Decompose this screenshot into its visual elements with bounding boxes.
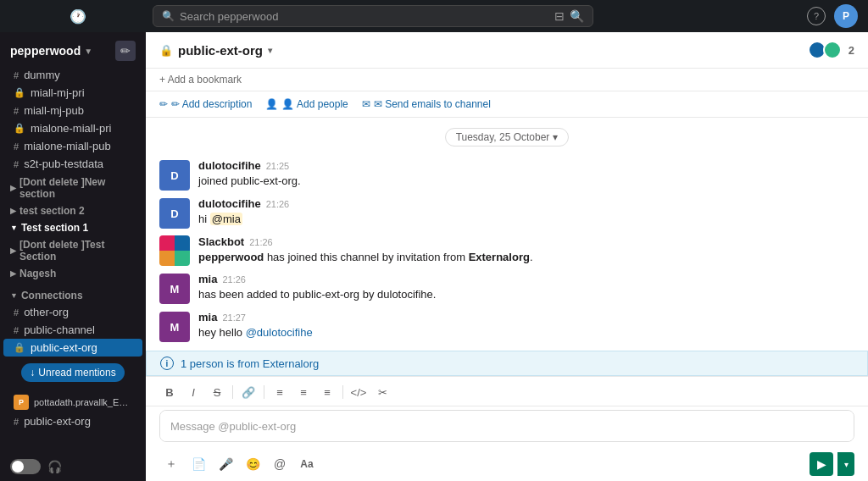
bookmark-bar: + Add a bookmark [146,69,868,91]
lock-icon: 🔒 [14,123,25,134]
message-avatar: M [159,312,190,342]
ordered-list-button[interactable]: ≡ [293,382,314,402]
text-format-button[interactable]: Aa [295,452,319,476]
section-nagesh[interactable]: ▶ Nagesh [0,264,146,281]
section-connections[interactable]: ▼ Connections [0,286,146,303]
sidebar-item-mialone-miall-pri[interactable]: 🔒 mialone-miall-pri [3,119,142,137]
search-input[interactable] [180,10,549,23]
user-avatar[interactable]: P [834,4,858,28]
mention-tag[interactable]: @mia [210,213,242,225]
message-author[interactable]: Slackbot [198,235,244,248]
send-options-button[interactable]: ▾ [837,452,854,476]
section-dont-delete-test[interactable]: ▶ [Dont delete ]Test Section [0,235,146,264]
message-header: mia 21:27 [198,311,854,323]
channel-header-actions: 2 [808,41,854,59]
chevron-right-icon: ▶ [10,184,16,192]
message-input-area [146,406,868,449]
channel-title[interactable]: 🔒 public-ext-org ▾ [159,43,272,58]
section-test-section-1[interactable]: ▼ Test section 1 [0,218,146,235]
italic-button[interactable]: I [183,382,203,402]
slackbot-quadrant [159,235,175,251]
section-label: test section 2 [19,205,85,217]
section-dont-delete-new[interactable]: ▶ [Dont delete ]New section [0,173,146,202]
strikethrough-button[interactable]: S [207,382,227,402]
emoji-button[interactable]: 😊 [241,452,264,476]
hash-icon: # [14,325,19,335]
bold-button[interactable]: B [159,382,180,402]
search-submit-icon[interactable]: 🔍 [570,9,584,23]
send-emails-label: ✉ Send emails to channel [374,98,491,110]
channel-header: 🔒 public-ext-org ▾ 2 [146,32,868,69]
slackbot-quadrant [175,251,190,266]
add-button[interactable]: ＋ [159,452,183,476]
info-bar: i 1 person is from Externalorg [146,351,868,376]
search-icon: 🔍 [162,10,175,22]
code-block-button[interactable]: ✂ [372,382,392,402]
channel-label: miall-mj-pri [31,86,85,99]
message-author[interactable]: dulotocifihe [198,197,261,210]
toggle-switch[interactable] [10,459,41,474]
mention-link[interactable]: @dulotocifihe [246,326,313,339]
info-text: 1 person is from Externalorg [181,357,319,370]
sidebar-item-s2t-pub-testdata[interactable]: # s2t-pub-testdata [3,155,142,173]
lock-icon: 🔒 [14,87,25,98]
message-input-box [159,410,854,442]
code-button[interactable]: </> [348,382,369,402]
attach-file-button[interactable]: 📄 [186,452,210,476]
mention-button[interactable]: @ [268,452,292,476]
microphone-button[interactable]: 🎤 [214,452,237,476]
section-test-section-2[interactable]: ▶ test section 2 [0,202,146,218]
message-author[interactable]: mia [198,273,217,285]
sidebar-footer: 🎧 [0,452,146,481]
message-input[interactable] [160,411,854,441]
channel-label: other-org [24,306,69,318]
bullet-list-button[interactable]: ≡ [270,382,290,402]
hash-icon: # [14,141,19,152]
message-text: hi @mia [198,211,854,228]
add-description-button[interactable]: ✏ ✏ Add description [159,98,252,110]
toolbar-right: ▶ ▾ [810,452,854,476]
message-author[interactable]: dulotocifihe [198,159,261,172]
new-message-button[interactable]: ✏ [115,41,136,61]
members-avatars[interactable] [808,41,842,59]
sidebar-item-public-channel[interactable]: # public-channel [3,321,142,339]
sidebar-item-public-ext-org-bottom[interactable]: # public-ext-org [3,412,142,430]
message-author[interactable]: mia [198,311,217,323]
sidebar-item-other-org[interactable]: # other-org [3,303,142,321]
message-content: dulotocifihe 21:26 hi @mia [198,197,854,229]
add-description-label: ✏ Add description [171,98,252,110]
chevron-right-icon: ▶ [10,246,16,255]
member-count[interactable]: 2 [849,44,854,57]
indent-button[interactable]: ≡ [317,382,337,402]
date-pill[interactable]: Tuesday, 25 October ▾ [445,128,570,147]
search-bar[interactable]: 🔍 ⊟ 🔍 [153,5,593,27]
add-people-button[interactable]: 👤 👤 Add people [265,98,348,110]
filter-icon[interactable]: ⊟ [554,9,565,23]
sidebar-item-public-ext-org[interactable]: 🔒 public-ext-org [3,339,142,357]
message-avatar: D [159,198,190,229]
sidebar-item-dummy[interactable]: # dummy [3,66,142,84]
help-icon[interactable]: ? [807,7,826,25]
topbar-left: 🕐 [10,8,146,25]
sidebar-item-miall-mj-pub[interactable]: # miall-mj-pub [3,102,142,119]
hash-icon: # [14,70,19,80]
sidebar-item-miall-mj-pri[interactable]: 🔒 miall-mj-pri [3,84,142,102]
message-text: pepperwood has joined this channel by in… [198,249,854,266]
sidebar-item-mialone-miall-pub[interactable]: # mialone-miall-pub [3,137,142,155]
add-bookmark-button[interactable]: + Add a bookmark [159,74,854,86]
toggle-knob [12,461,24,473]
send-button[interactable]: ▶ [810,452,833,476]
unread-mentions-banner[interactable]: ↓ Unread mentions [21,363,124,382]
topbar: 🕐 🔍 ⊟ 🔍 ? P [0,0,868,32]
send-emails-button[interactable]: ✉ ✉ Send emails to channel [362,98,491,110]
workspace-label: pepperwood [10,44,81,58]
date-chevron-icon: ▾ [553,131,558,143]
slackbot-colors [159,235,190,266]
toolbar-divider [342,385,343,399]
workspace-name[interactable]: pepperwood ▼ [10,44,92,58]
pencil-icon: ✏ [159,98,168,110]
sidebar-item-external-user[interactable]: P pottadath.pravallk_External [3,392,142,412]
link-button[interactable]: 🔗 [238,382,259,402]
email-icon: ✉ [362,98,370,110]
workspace-header: pepperwood ▼ ✏ [0,32,146,66]
